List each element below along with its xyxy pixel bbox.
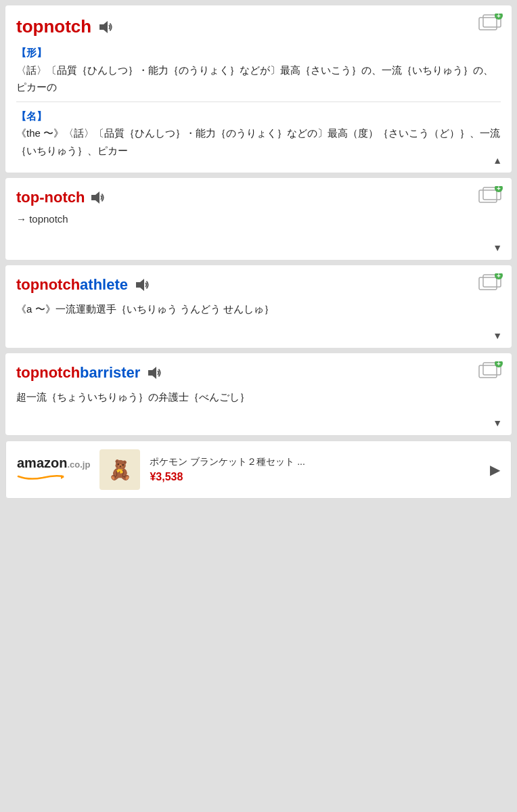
ad-product-title: ポケモン ブランケット２種セット ... xyxy=(150,456,480,468)
speaker-button-topnotch-barrister[interactable] xyxy=(147,366,162,380)
word-title-top-notch: top-notch xyxy=(16,189,85,206)
amazon-logo: amazon.co.jp xyxy=(17,456,90,483)
expand-button-top-notch[interactable]: ▼ xyxy=(493,242,502,253)
speaker-button-topnotch-athlete[interactable] xyxy=(135,278,150,292)
word-title-topnotch: topnotch xyxy=(16,16,91,37)
expand-button-topnotch-athlete[interactable]: ▼ xyxy=(493,330,502,341)
card-topnotch: topnotch + 【形】 〈話〉〔品質｛ひんしつ｝・能力｛のうりょく｝などが… xyxy=(5,5,512,173)
word-title-topnotch-athlete-1: topnotch xyxy=(16,276,80,294)
card-header-topnotch: topnotch xyxy=(16,16,501,37)
svg-text:+: + xyxy=(497,273,501,279)
svg-marker-0 xyxy=(99,21,108,33)
card-topnotch-athlete: topnotch athlete + 《a 〜》一流運動選手｛いちりゅう うんど… xyxy=(5,265,512,348)
svg-marker-5 xyxy=(91,191,99,204)
redirect-text-top-notch: → topnotch xyxy=(16,213,501,225)
card-header-topnotch-barrister: topnotch barrister xyxy=(16,364,501,382)
svg-text:+: + xyxy=(497,361,501,367)
ad-product-image: 🧸 xyxy=(99,449,140,490)
flashcard-button-topnotch[interactable]: + xyxy=(478,14,503,35)
ad-arrow-icon[interactable]: ▶ xyxy=(490,461,500,478)
svg-rect-16 xyxy=(479,365,497,378)
definition-topnotch-athlete: 《a 〜》一流運動選手｛いちりゅう うんどう せんしゅ｝ xyxy=(16,300,501,318)
svg-text:+: + xyxy=(497,14,501,20)
card-header-topnotch-athlete: topnotch athlete xyxy=(16,276,501,294)
ad-text-block: ポケモン ブランケット２種セット ... ¥3,538 xyxy=(150,456,480,483)
ad-banner[interactable]: amazon.co.jp 🧸 ポケモン ブランケット２種セット ... ¥3,5… xyxy=(5,441,512,499)
card-top-notch: top-notch + → topnotch ▼ xyxy=(5,178,512,260)
svg-marker-10 xyxy=(136,279,144,291)
pos-label-2: 【名】 xyxy=(16,110,47,122)
svg-rect-11 xyxy=(479,277,497,290)
card-header-top-notch: top-notch xyxy=(16,189,501,206)
flashcard-button-topnotch-barrister[interactable]: + xyxy=(478,361,503,383)
collapse-button-topnotch[interactable]: ▲ xyxy=(493,155,502,166)
speaker-button-top-notch[interactable] xyxy=(90,191,105,204)
divider xyxy=(16,102,501,102)
card-topnotch-barrister: topnotch barrister + 超一流｛ちょういちりゅう｝の弁護士｛べ… xyxy=(5,353,512,436)
ad-product-price: ¥3,538 xyxy=(150,471,480,483)
definition-1-topnotch: 【形】 〈話〉〔品質｛ひんしつ｝・能力｛のうりょく｝などが〕最高｛さいこう｝の、… xyxy=(16,44,501,96)
flashcard-button-topnotch-athlete[interactable]: + xyxy=(478,273,503,295)
word-title-topnotch-barrister-2: barrister xyxy=(80,364,140,382)
svg-marker-15 xyxy=(148,367,156,379)
speaker-button-topnotch[interactable] xyxy=(98,20,113,34)
svg-rect-1 xyxy=(479,18,497,30)
pos-label-1: 【形】 xyxy=(16,47,47,58)
svg-text:+: + xyxy=(497,186,501,192)
expand-button-topnotch-barrister[interactable]: ▼ xyxy=(493,418,502,428)
svg-rect-6 xyxy=(479,190,497,202)
definition-2-topnotch: 【名】 《the 〜》〈話〉〔品質｛ひんしつ｝・能力｛のうりょく｝などの〕最高（… xyxy=(16,108,501,160)
word-title-topnotch-athlete-2: athlete xyxy=(80,276,128,294)
flashcard-button-top-notch[interactable]: + xyxy=(478,186,503,208)
word-title-topnotch-barrister-1: topnotch xyxy=(16,364,80,382)
definition-topnotch-barrister: 超一流｛ちょういちりゅう｝の弁護士｛べんごし｝ xyxy=(16,388,501,406)
